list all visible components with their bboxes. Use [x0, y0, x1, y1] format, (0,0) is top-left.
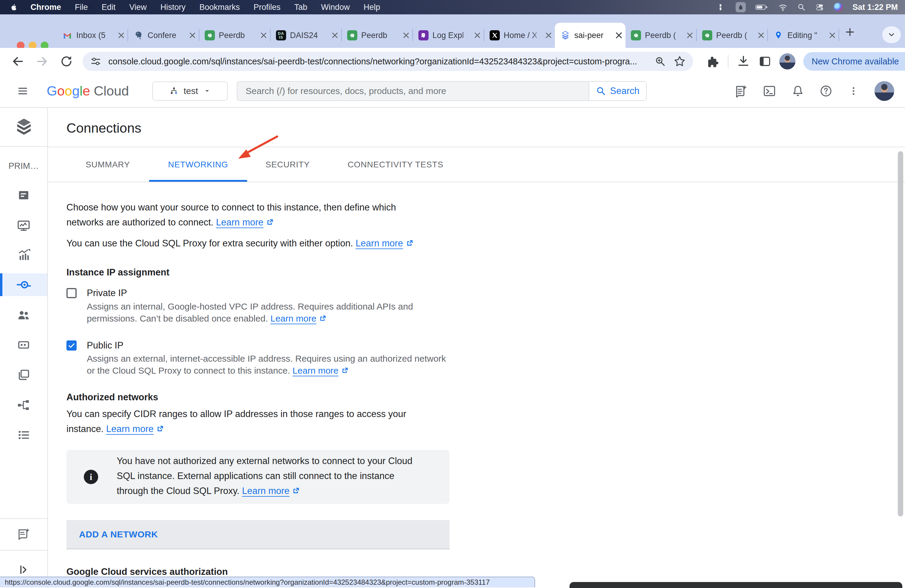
close-icon[interactable] — [686, 32, 694, 39]
tab-editing[interactable]: Editing " — [768, 23, 838, 48]
forward-icon[interactable] — [35, 54, 49, 68]
close-icon[interactable] — [757, 32, 765, 39]
menu-bar-clock[interactable]: Sat 1:22 PM — [852, 3, 898, 12]
hamburger-menu-icon[interactable] — [16, 84, 29, 98]
help-icon[interactable] — [819, 84, 833, 98]
tab-peerdb-4[interactable]: Peerdb ( — [697, 23, 767, 48]
new-tab-button[interactable] — [844, 26, 856, 38]
sidebar-item-release-notes[interactable] — [0, 523, 47, 545]
sidebar-item-monitoring[interactable] — [0, 214, 47, 237]
menu-window[interactable]: Window — [321, 3, 350, 12]
sidebar-item-users[interactable] — [0, 304, 47, 326]
project-picker-button[interactable]: test — [152, 81, 228, 100]
learn-more-link[interactable]: Learn more — [216, 217, 264, 227]
tab-sai-peerdb-active[interactable]: sai-peer — [555, 23, 626, 48]
sidebar-item-overview[interactable] — [0, 184, 47, 207]
control-center-icon[interactable] — [815, 3, 824, 11]
close-icon[interactable] — [189, 32, 196, 39]
close-icon[interactable] — [117, 32, 125, 39]
menu-edit[interactable]: Edit — [102, 3, 116, 12]
sidebar-item-replicas[interactable] — [0, 394, 47, 416]
tab-peerdb-3[interactable]: Peerdb ( — [626, 23, 696, 48]
back-icon[interactable] — [11, 54, 25, 68]
reload-icon[interactable] — [60, 55, 73, 68]
learn-more-link[interactable]: Learn more — [106, 424, 154, 434]
tab-inbox[interactable]: Inbox (5 — [57, 23, 127, 48]
tab-networking[interactable]: NETWORKING — [149, 147, 247, 182]
close-icon[interactable] — [615, 31, 623, 40]
chrome-update-pill[interactable]: New Chrome available — [803, 52, 905, 71]
extensions-icon[interactable] — [707, 55, 719, 68]
sidebar-item-operations[interactable] — [0, 424, 47, 447]
status-app-icon[interactable] — [736, 2, 746, 12]
tab-log-explorer[interactable]: Log Expl — [413, 23, 484, 48]
x-logo-icon — [490, 30, 500, 40]
sidebar-item-databases[interactable] — [0, 334, 47, 356]
bookmark-star-icon[interactable] — [673, 55, 686, 68]
gmail-icon — [62, 30, 72, 40]
menu-tab[interactable]: Tab — [294, 3, 307, 12]
tab-dais[interactable]: DAIS DAIS24 — [270, 23, 341, 48]
wifi-icon[interactable] — [778, 3, 788, 12]
apple-icon[interactable] — [9, 3, 18, 12]
close-icon[interactable] — [260, 32, 268, 39]
menu-view[interactable]: View — [129, 3, 147, 12]
learn-more-link[interactable]: Learn more — [356, 238, 403, 248]
zoom-in-page-icon[interactable] — [654, 56, 666, 67]
tab-x-home[interactable]: Home / X — [484, 23, 555, 48]
link-status-bar: https://console.cloud.google.com/sql/ins… — [0, 577, 535, 587]
tab-connectivity-tests[interactable]: CONNECTIVITY TESTS — [328, 147, 463, 182]
url-text[interactable]: console.cloud.google.com/sql/instances/s… — [108, 57, 648, 67]
site-settings-icon[interactable] — [90, 56, 102, 67]
close-icon[interactable] — [473, 32, 481, 39]
siri-icon[interactable] — [834, 3, 843, 12]
public-ip-checkbox[interactable] — [67, 340, 76, 351]
tab-search-chevron-button[interactable] — [882, 26, 901, 43]
address-bar[interactable]: console.cloud.google.com/sql/instances/s… — [83, 52, 693, 71]
tab-security[interactable]: SECURITY — [247, 147, 328, 182]
menu-bookmarks[interactable]: Bookmarks — [199, 3, 240, 12]
add-network-button[interactable]: ADD A NETWORK — [67, 520, 449, 549]
google-cloud-logo[interactable]: Google Cloud — [47, 83, 129, 99]
menu-profiles[interactable]: Profiles — [254, 3, 280, 12]
side-panel-icon[interactable] — [758, 55, 772, 68]
close-icon[interactable] — [829, 32, 836, 39]
kebab-menu-icon[interactable] — [848, 85, 859, 97]
private-ip-label[interactable]: Private IP — [87, 286, 127, 300]
close-icon[interactable] — [545, 32, 553, 39]
sidebar-item-backups[interactable] — [0, 364, 47, 386]
tab-peerdb-2[interactable]: Peerdb — [342, 23, 413, 48]
stats-icon[interactable] — [717, 3, 726, 12]
close-icon[interactable] — [402, 32, 410, 39]
battery-icon[interactable] — [755, 3, 768, 12]
public-ip-label[interactable]: Public IP — [87, 338, 123, 353]
learn-more-link[interactable]: Learn more — [242, 486, 290, 496]
tab-summary[interactable]: SUMMARY — [67, 147, 149, 182]
menu-chrome[interactable]: Chrome — [30, 3, 61, 12]
tabs-divider — [48, 182, 905, 182]
cloud-shell-icon[interactable] — [762, 84, 776, 98]
downloads-icon[interactable] — [737, 55, 750, 68]
gcp-account-avatar[interactable] — [875, 81, 894, 101]
backups-icon — [17, 368, 30, 382]
gcp-search-button[interactable]: Search — [589, 82, 646, 100]
learn-more-link[interactable]: Learn more — [293, 366, 338, 375]
private-ip-checkbox[interactable] — [67, 288, 76, 298]
sidebar-item-connections[interactable] — [0, 273, 47, 296]
close-icon[interactable] — [331, 32, 339, 39]
sidebar-item-insights[interactable] — [0, 244, 47, 267]
menu-history[interactable]: History — [160, 3, 186, 12]
release-notes-icon[interactable] — [734, 84, 748, 98]
gcp-search-bar[interactable]: Search (/) for resources, docs, products… — [237, 81, 647, 101]
more-menu-icon[interactable] — [904, 56, 905, 67]
menu-help[interactable]: Help — [364, 3, 380, 12]
learn-more-link[interactable]: Learn more — [270, 313, 316, 323]
scrollbar-thumb[interactable] — [898, 151, 903, 516]
menu-file[interactable]: File — [75, 3, 88, 12]
browser-profile-avatar[interactable] — [779, 53, 795, 70]
tab-peerdb-1[interactable]: Peerdb — [199, 23, 270, 48]
notifications-bell-icon[interactable] — [791, 84, 805, 98]
tab-conference[interactable]: Confere — [128, 23, 199, 48]
spotlight-search-icon[interactable] — [797, 3, 806, 11]
tab-title: Confere — [148, 31, 185, 40]
